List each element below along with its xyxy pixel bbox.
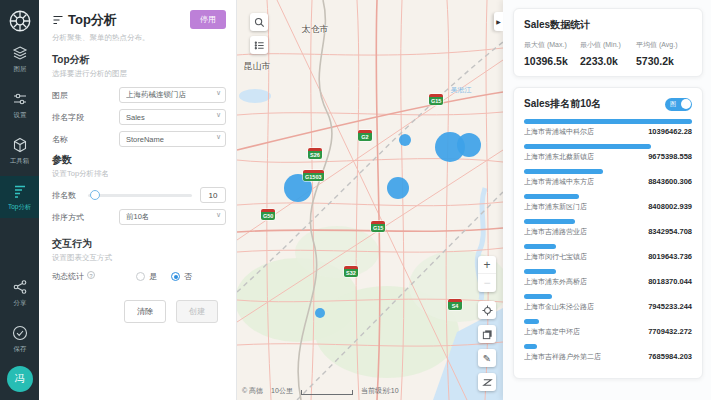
sidebar-item-settings[interactable]: 设置	[0, 84, 39, 126]
zoom-in-button[interactable]: +	[478, 256, 496, 274]
store-value: 9675398.558	[648, 152, 692, 161]
section-subtitle-layer: 选择要进行分析的图层	[52, 69, 226, 79]
ranking-bar	[524, 244, 556, 249]
ranking-item[interactable]: 上海市嘉定中环店7709432.272	[524, 319, 692, 337]
sort-method-select[interactable]: 前10名 ∨	[119, 209, 226, 225]
data-bubble[interactable]	[457, 133, 481, 157]
radio-no[interactable]: 否	[171, 271, 192, 282]
save-label: 保存	[13, 344, 26, 353]
chevron-down-icon: ∨	[216, 89, 221, 97]
data-bubble[interactable]	[399, 134, 411, 146]
ranking-item[interactable]: 上海市吉浦路营业店8342954.708	[524, 219, 692, 237]
sidebar-item-label: 设置	[13, 110, 26, 119]
stats-card-title: Sales数据统计	[524, 18, 692, 32]
ranking-item[interactable]: 上海市吉祥路户外第二店7685984.203	[524, 344, 692, 362]
ranking-item[interactable]: 上海市浦东外高桥店8018370.044	[524, 269, 692, 287]
store-name: 上海市嘉定中环店	[524, 327, 580, 337]
share-button[interactable]: 分享	[0, 272, 39, 314]
config-panel: Top分析 停用 分析聚集、聚单的热点分布。 Top分析 选择要进行分析的图层 …	[39, 0, 237, 400]
radio-circle	[171, 272, 180, 281]
rank-field-select-value: Sales	[126, 113, 145, 122]
store-name: 上海市吉祥路户外第二店	[524, 352, 601, 362]
sidebar-item-label: 工具箱	[10, 156, 29, 165]
map-canvas[interactable]: G15G2S26G1503G50G15S32S4太仓市昆山市吴淞江 + −	[237, 0, 503, 400]
slider-thumb[interactable]	[90, 190, 100, 200]
save-button[interactable]: 保存	[0, 318, 39, 360]
store-value: 8843600.306	[648, 177, 692, 186]
ranking-item[interactable]: 上海市青浦城中科尔店10396462.28	[524, 119, 692, 137]
road-shield: G15	[371, 221, 385, 232]
info-icon[interactable]: ?	[87, 271, 95, 279]
sidebar-item-layers[interactable]: 图层	[0, 38, 39, 80]
measure-button[interactable]: ✎	[478, 349, 496, 367]
locate-button[interactable]	[478, 301, 496, 319]
ranking-card: Sales排名前10名 图 上海市青浦城中科尔店10396462.28 上海市浦…	[513, 87, 703, 379]
map-footer: © 高德 10公里 当前级别:10	[242, 386, 399, 396]
section-title-layer: Top分析	[52, 53, 226, 67]
copy-icon	[482, 329, 493, 340]
copy-layer-button[interactable]	[478, 325, 496, 343]
ranking-bar	[524, 169, 603, 174]
ranking-bar	[524, 194, 579, 199]
ranking-item[interactable]: 上海市浦东新区门店8408002.939	[524, 194, 692, 212]
name-field-label: 名称	[52, 134, 68, 145]
stat-min-label: 最小值 (Min.)	[580, 40, 636, 50]
sidebar-item-toolbox[interactable]: 工具箱	[0, 130, 39, 172]
water-label: 吴淞江	[451, 85, 472, 95]
store-value: 8408002.939	[648, 202, 692, 211]
radio-yes[interactable]: 是	[136, 271, 157, 282]
road-shield: G1503	[303, 170, 324, 181]
ranking-item[interactable]: 上海市闵行七宝镇店8019643.736	[524, 244, 692, 262]
ranking-bar	[524, 269, 556, 274]
scale-label: 10公里	[271, 386, 293, 396]
map-attribution[interactable]: © 高德	[242, 386, 263, 396]
zoom-out-button[interactable]: −	[478, 274, 496, 292]
store-name: 上海市浦东新区门店	[524, 202, 587, 212]
ranking-card-title: Sales排名前10名	[524, 97, 601, 111]
icon-rail: 图层 设置 工具箱 Top分析 分享	[0, 0, 39, 400]
panel-collapse-button[interactable]: ▶	[494, 12, 503, 31]
ranking-item[interactable]: 上海市浦东北蔡新镇店9675398.558	[524, 144, 692, 162]
zigzag-line-icon	[482, 377, 493, 388]
store-name: 上海市浦东北蔡新镇店	[524, 152, 594, 162]
app-window: 图层 设置 工具箱 Top分析 分享	[0, 0, 711, 400]
store-value: 8342954.708	[648, 227, 692, 236]
store-name: 上海市青浦城中东方店	[524, 177, 594, 187]
rank-bars-icon	[12, 183, 28, 199]
share-label: 分享	[13, 298, 26, 307]
store-name: 上海市闵行七宝镇店	[524, 252, 587, 262]
layer-select[interactable]: 上海药械连锁门店 ∨	[119, 87, 226, 103]
check-circle-icon	[12, 325, 28, 341]
map-search-button[interactable]	[250, 13, 268, 31]
layers-icon	[12, 45, 28, 61]
sidebar-item-label: Top分析	[8, 202, 31, 211]
disable-button[interactable]: 停用	[190, 10, 226, 29]
store-name: 上海市青浦城中科尔店	[524, 127, 594, 137]
data-bubble[interactable]	[315, 308, 325, 318]
cube-icon	[12, 137, 28, 153]
store-name: 上海市吉浦路营业店	[524, 227, 587, 237]
map-legend-button[interactable]	[250, 36, 268, 54]
ranking-item[interactable]: 上海市金山朱泾公路店7945233.244	[524, 294, 692, 312]
name-field-select[interactable]: StoreName ∨	[119, 131, 226, 147]
ranking-bar	[524, 319, 539, 324]
rank-count-slider[interactable]	[88, 194, 192, 197]
store-value: 7685984.203	[648, 352, 692, 361]
clear-button[interactable]: 清除	[124, 300, 166, 323]
chart-view-toggle[interactable]: 图	[665, 98, 692, 111]
rank-field-select[interactable]: Sales ∨	[119, 109, 226, 125]
rank-count-input[interactable]	[200, 187, 226, 203]
user-avatar[interactable]: 冯	[7, 366, 33, 392]
ranking-item[interactable]: 上海市青浦城中东方店8843600.306	[524, 169, 692, 187]
section-subtitle-params: 设置Top分析排名	[52, 169, 226, 179]
polyline-button[interactable]	[478, 373, 496, 391]
search-icon	[254, 17, 265, 28]
road-shield: S4	[448, 299, 462, 310]
create-button[interactable]: 创建	[176, 300, 218, 323]
sidebar-item-label: 图层	[13, 64, 26, 73]
ranking-bar	[524, 119, 692, 124]
radio-circle	[136, 272, 145, 281]
app-logo-compass-icon[interactable]	[7, 8, 33, 34]
sidebar-item-top-analysis[interactable]: Top分析	[0, 176, 39, 218]
data-bubble[interactable]	[387, 177, 409, 199]
